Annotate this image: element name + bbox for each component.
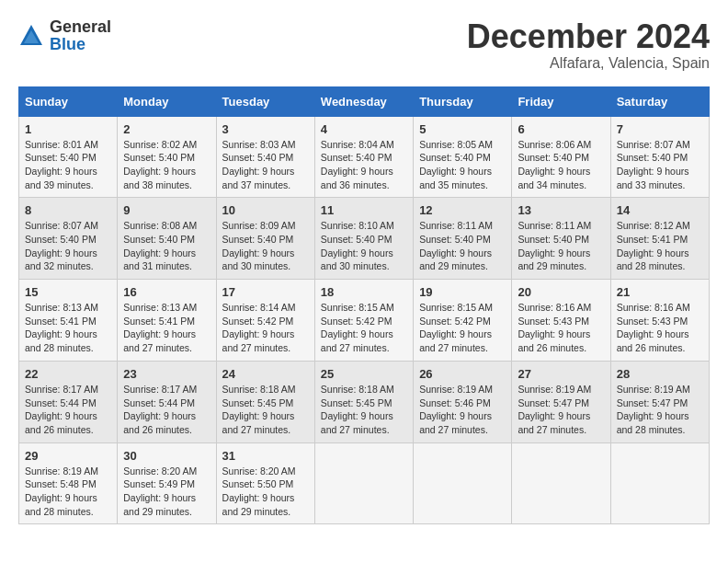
day-number: 12 xyxy=(419,203,506,217)
page-header: General Blue December 2024 Alfafara, Val… xyxy=(18,18,710,72)
cell-content: Sunrise: 8:10 AMSunset: 5:40 PMDaylight:… xyxy=(321,219,407,273)
day-number: 8 xyxy=(25,203,111,217)
day-number: 3 xyxy=(222,122,309,136)
header-day-wednesday: Wednesday xyxy=(314,86,413,116)
header-day-friday: Friday xyxy=(512,86,610,116)
location-title: Alfafara, Valencia, Spain xyxy=(467,55,710,72)
cell-content: Sunrise: 8:18 AMSunset: 5:45 PMDaylight:… xyxy=(321,383,407,437)
cell-content: Sunrise: 8:11 AMSunset: 5:40 PMDaylight:… xyxy=(518,219,604,273)
calendar-week-row: 22Sunrise: 8:17 AMSunset: 5:44 PMDayligh… xyxy=(19,361,710,442)
day-number: 30 xyxy=(123,449,210,463)
cell-content: Sunrise: 8:19 AMSunset: 5:48 PMDaylight:… xyxy=(25,465,111,519)
day-number: 29 xyxy=(25,449,111,463)
logo-icon xyxy=(18,23,44,49)
cell-content: Sunrise: 8:11 AMSunset: 5:40 PMDaylight:… xyxy=(419,219,506,273)
cell-content: Sunrise: 8:02 AMSunset: 5:40 PMDaylight:… xyxy=(123,138,210,192)
day-number: 11 xyxy=(321,203,407,217)
cell-content: Sunrise: 8:03 AMSunset: 5:40 PMDaylight:… xyxy=(222,138,309,192)
cell-content: Sunrise: 8:14 AMSunset: 5:42 PMDaylight:… xyxy=(222,301,309,355)
day-number: 20 xyxy=(518,285,604,299)
day-number: 18 xyxy=(321,285,407,299)
calendar-cell xyxy=(414,442,512,524)
header-day-thursday: Thursday xyxy=(414,86,512,116)
day-number: 17 xyxy=(222,285,309,299)
calendar-cell: 9Sunrise: 8:08 AMSunset: 5:40 PMDaylight… xyxy=(118,198,216,280)
day-number: 21 xyxy=(617,285,703,299)
day-number: 22 xyxy=(25,367,111,381)
header-day-sunday: Sunday xyxy=(19,86,118,116)
calendar-cell: 17Sunrise: 8:14 AMSunset: 5:42 PMDayligh… xyxy=(216,280,314,362)
calendar-cell: 13Sunrise: 8:11 AMSunset: 5:40 PMDayligh… xyxy=(512,198,610,280)
calendar-cell xyxy=(610,442,709,524)
calendar-cell: 3Sunrise: 8:03 AMSunset: 5:40 PMDaylight… xyxy=(216,116,314,198)
day-number: 9 xyxy=(123,203,210,217)
day-number: 24 xyxy=(222,367,309,381)
day-number: 13 xyxy=(518,203,604,217)
calendar-cell: 10Sunrise: 8:09 AMSunset: 5:40 PMDayligh… xyxy=(216,198,314,280)
day-number: 7 xyxy=(617,122,703,136)
cell-content: Sunrise: 8:16 AMSunset: 5:43 PMDaylight:… xyxy=(617,301,703,355)
calendar-cell: 16Sunrise: 8:13 AMSunset: 5:41 PMDayligh… xyxy=(118,280,216,362)
calendar-cell: 15Sunrise: 8:13 AMSunset: 5:41 PMDayligh… xyxy=(19,280,118,362)
cell-content: Sunrise: 8:17 AMSunset: 5:44 PMDaylight:… xyxy=(25,383,111,437)
day-number: 25 xyxy=(321,367,407,381)
cell-content: Sunrise: 8:12 AMSunset: 5:41 PMDaylight:… xyxy=(617,219,703,273)
calendar-cell: 4Sunrise: 8:04 AMSunset: 5:40 PMDaylight… xyxy=(314,116,413,198)
calendar-cell: 1Sunrise: 8:01 AMSunset: 5:40 PMDaylight… xyxy=(19,116,118,198)
cell-content: Sunrise: 8:13 AMSunset: 5:41 PMDaylight:… xyxy=(123,301,210,355)
cell-content: Sunrise: 8:17 AMSunset: 5:44 PMDaylight:… xyxy=(123,383,210,437)
calendar-cell: 24Sunrise: 8:18 AMSunset: 5:45 PMDayligh… xyxy=(216,361,314,442)
cell-content: Sunrise: 8:07 AMSunset: 5:40 PMDaylight:… xyxy=(617,138,703,192)
calendar-week-row: 8Sunrise: 8:07 AMSunset: 5:40 PMDaylight… xyxy=(19,198,710,280)
calendar-cell: 14Sunrise: 8:12 AMSunset: 5:41 PMDayligh… xyxy=(610,198,709,280)
cell-content: Sunrise: 8:18 AMSunset: 5:45 PMDaylight:… xyxy=(222,383,309,437)
calendar-header-row: SundayMondayTuesdayWednesdayThursdayFrid… xyxy=(19,86,710,116)
calendar-cell: 22Sunrise: 8:17 AMSunset: 5:44 PMDayligh… xyxy=(19,361,118,442)
cell-content: Sunrise: 8:08 AMSunset: 5:40 PMDaylight:… xyxy=(123,219,210,273)
calendar-cell: 28Sunrise: 8:19 AMSunset: 5:47 PMDayligh… xyxy=(610,361,709,442)
cell-content: Sunrise: 8:16 AMSunset: 5:43 PMDaylight:… xyxy=(518,301,604,355)
day-number: 31 xyxy=(222,449,309,463)
cell-content: Sunrise: 8:20 AMSunset: 5:49 PMDaylight:… xyxy=(123,465,210,519)
day-number: 19 xyxy=(419,285,506,299)
calendar-cell: 20Sunrise: 8:16 AMSunset: 5:43 PMDayligh… xyxy=(512,280,610,362)
calendar-cell: 12Sunrise: 8:11 AMSunset: 5:40 PMDayligh… xyxy=(414,198,512,280)
day-number: 4 xyxy=(321,122,407,136)
calendar-cell: 18Sunrise: 8:15 AMSunset: 5:42 PMDayligh… xyxy=(314,280,413,362)
calendar-cell: 6Sunrise: 8:06 AMSunset: 5:40 PMDaylight… xyxy=(512,116,610,198)
calendar-cell: 25Sunrise: 8:18 AMSunset: 5:45 PMDayligh… xyxy=(314,361,413,442)
cell-content: Sunrise: 8:19 AMSunset: 5:47 PMDaylight:… xyxy=(617,383,703,437)
calendar-week-row: 29Sunrise: 8:19 AMSunset: 5:48 PMDayligh… xyxy=(19,442,710,524)
day-number: 5 xyxy=(419,122,506,136)
day-number: 14 xyxy=(617,203,703,217)
cell-content: Sunrise: 8:20 AMSunset: 5:50 PMDaylight:… xyxy=(222,465,309,519)
calendar-cell: 26Sunrise: 8:19 AMSunset: 5:46 PMDayligh… xyxy=(414,361,512,442)
calendar-cell: 2Sunrise: 8:02 AMSunset: 5:40 PMDaylight… xyxy=(118,116,216,198)
day-number: 1 xyxy=(25,122,111,136)
day-number: 15 xyxy=(25,285,111,299)
calendar-cell: 11Sunrise: 8:10 AMSunset: 5:40 PMDayligh… xyxy=(314,198,413,280)
calendar-cell xyxy=(512,442,610,524)
calendar-cell: 8Sunrise: 8:07 AMSunset: 5:40 PMDaylight… xyxy=(19,198,118,280)
day-number: 6 xyxy=(518,122,604,136)
day-number: 10 xyxy=(222,203,309,217)
cell-content: Sunrise: 8:07 AMSunset: 5:40 PMDaylight:… xyxy=(25,219,111,273)
cell-content: Sunrise: 8:04 AMSunset: 5:40 PMDaylight:… xyxy=(321,138,407,192)
calendar-cell: 21Sunrise: 8:16 AMSunset: 5:43 PMDayligh… xyxy=(610,280,709,362)
cell-content: Sunrise: 8:06 AMSunset: 5:40 PMDaylight:… xyxy=(518,138,604,192)
calendar-cell: 31Sunrise: 8:20 AMSunset: 5:50 PMDayligh… xyxy=(216,442,314,524)
calendar-cell xyxy=(314,442,413,524)
logo-text-blue: Blue xyxy=(50,35,85,53)
cell-content: Sunrise: 8:13 AMSunset: 5:41 PMDaylight:… xyxy=(25,301,111,355)
calendar-cell: 30Sunrise: 8:20 AMSunset: 5:49 PMDayligh… xyxy=(118,442,216,524)
day-number: 16 xyxy=(123,285,210,299)
day-number: 2 xyxy=(123,122,210,136)
month-title: December 2024 xyxy=(467,18,710,55)
logo: General Blue xyxy=(18,18,111,53)
calendar-week-row: 1Sunrise: 8:01 AMSunset: 5:40 PMDaylight… xyxy=(19,116,710,198)
calendar-cell: 19Sunrise: 8:15 AMSunset: 5:42 PMDayligh… xyxy=(414,280,512,362)
day-number: 26 xyxy=(419,367,506,381)
calendar-cell: 5Sunrise: 8:05 AMSunset: 5:40 PMDaylight… xyxy=(414,116,512,198)
logo-text-general: General xyxy=(50,17,111,36)
day-number: 23 xyxy=(123,367,210,381)
